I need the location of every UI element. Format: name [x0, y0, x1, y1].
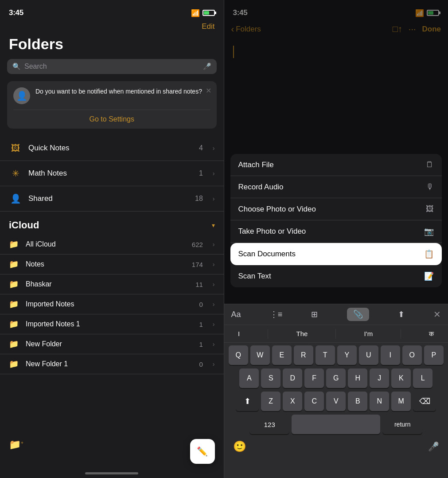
key-q[interactable]: Q [229, 345, 248, 365]
mic-icon[interactable]: 🎤 [203, 63, 211, 71]
key-d[interactable]: D [283, 368, 302, 388]
key-y[interactable]: Y [337, 345, 357, 365]
key-b[interactable]: B [348, 392, 367, 411]
new-folder-1-item[interactable]: 📁 New Folder 1 0 › [0, 354, 224, 374]
chevron-right-icon: › [213, 341, 215, 348]
scan-documents-item[interactable]: Scan Documents 📋 [230, 243, 442, 265]
chevron-right-icon: › [213, 261, 215, 268]
key-z[interactable]: Z [261, 392, 280, 411]
shared-label: Shared [28, 194, 189, 203]
key-p[interactable]: P [424, 345, 444, 365]
shared-count: 18 [195, 195, 203, 203]
scan-text-icon: 📝 [424, 271, 434, 281]
key-w[interactable]: W [250, 345, 270, 365]
all-icloud-item[interactable]: 📁 All iCloud 622 › [0, 235, 224, 255]
key-t[interactable]: T [316, 345, 335, 365]
choose-photo-item[interactable]: Choose Photo or Video 🖼 [230, 198, 442, 220]
predictive-word-im[interactable]: I'm [364, 330, 373, 337]
formatting-toolbar: Aa ⋮≡ ⊞ 📎 ⬆ ✕ [224, 304, 448, 325]
key-v[interactable]: V [326, 392, 346, 411]
record-audio-item[interactable]: Record Audio 🎙 [230, 176, 442, 198]
key-x[interactable]: X [283, 392, 302, 411]
attach-file-label: Attach File [238, 161, 274, 169]
search-input[interactable]: Search [24, 63, 199, 71]
shared-item[interactable]: 👤 Shared 18 › [0, 186, 224, 212]
key-r[interactable]: R [294, 345, 313, 365]
compose-button[interactable]: ✏️ [190, 439, 215, 464]
new-folder-count: 1 [199, 341, 203, 348]
imported-notes-label: Imported Notes [26, 300, 193, 308]
math-notes-item[interactable]: ✳ Math Notes 1 › [0, 161, 224, 186]
predictive-word-i[interactable]: I [238, 330, 240, 337]
notes-item[interactable]: 📁 Notes 174 › [0, 255, 224, 274]
numbers-key[interactable]: 123 [249, 415, 289, 434]
predictive-word-the[interactable]: The [296, 330, 308, 337]
choose-photo-label: Choose Photo or Video [238, 205, 316, 214]
key-g[interactable]: G [326, 368, 346, 388]
quick-notes-item[interactable]: 🖼 Quick Notes 4 › [0, 136, 224, 161]
predictive-word-hindi[interactable]: क [429, 330, 434, 338]
edit-button[interactable]: Edit [202, 22, 214, 31]
take-photo-item[interactable]: Take Photo or Video 📷 [230, 220, 442, 243]
all-icloud-label: All iCloud [26, 240, 186, 248]
notification-card: 👤 Do you want to be notified when mentio… [7, 81, 217, 129]
send-button[interactable]: ⬆ [398, 310, 405, 319]
battery-icon [203, 10, 215, 16]
close-icon[interactable]: ✕ [206, 86, 211, 95]
key-h[interactable]: H [348, 368, 367, 388]
attach-menu-popup: Attach File 🗒 Record Audio 🎙 Choose Phot… [230, 154, 442, 287]
key-i[interactable]: I [381, 345, 400, 365]
key-a[interactable]: A [239, 368, 259, 388]
emoji-button[interactable]: 🙂 [233, 440, 246, 453]
key-n[interactable]: N [370, 392, 389, 411]
bhaskar-item[interactable]: 📁 Bhaskar 11 › [0, 274, 224, 294]
key-s[interactable]: S [261, 368, 280, 388]
imported-notes-1-count: 1 [199, 321, 203, 328]
return-key[interactable]: return [382, 415, 422, 434]
new-folder-button[interactable]: 📁+ [9, 439, 23, 451]
take-photo-label: Take Photo or Video [238, 227, 306, 236]
folders-title: Folders [0, 35, 224, 59]
key-c[interactable]: C [304, 392, 324, 411]
table-button[interactable]: ⊞ [311, 310, 318, 319]
aa-button[interactable]: Aa [231, 310, 241, 319]
chevron-right-icon: › [213, 170, 215, 177]
imported-notes-1-item[interactable]: 📁 Imported Notes 1 1 › [0, 314, 224, 334]
scan-text-item[interactable]: Scan Text 📝 [230, 265, 442, 287]
chevron-right-icon: › [213, 301, 215, 308]
list-button[interactable]: ⋮≡ [270, 310, 283, 319]
left-panel: 3:45 📶 Edit Folders 🔍 Search 🎤 👤 Do you … [0, 0, 224, 478]
attach-file-item[interactable]: Attach File 🗒 [230, 154, 442, 176]
key-k[interactable]: K [391, 368, 411, 388]
imported-notes-item[interactable]: 📁 Imported Notes 0 › [0, 294, 224, 314]
key-m[interactable]: M [391, 392, 411, 411]
notification-top: 👤 Do you want to be notified when mentio… [13, 87, 210, 104]
all-icloud-count: 622 [192, 241, 203, 248]
predictive-divider [335, 329, 336, 339]
key-u[interactable]: U [359, 345, 378, 365]
key-l[interactable]: L [413, 368, 432, 388]
go-to-settings-button[interactable]: Go to Settings [13, 110, 210, 129]
attach-button[interactable]: 📎 [347, 308, 369, 321]
keyboard-row-4: 123 return [226, 415, 447, 434]
close-button[interactable]: ✕ [433, 309, 441, 320]
key-e[interactable]: E [272, 345, 292, 365]
delete-key[interactable]: ⌫ [413, 392, 436, 411]
space-key[interactable] [292, 415, 380, 434]
key-f[interactable]: F [304, 368, 324, 388]
take-photo-icon: 📷 [424, 227, 434, 236]
shift-key[interactable]: ⬆ [236, 392, 259, 411]
dictation-button[interactable]: 🎤 [428, 441, 439, 452]
key-j[interactable]: J [370, 368, 389, 388]
new-folder-item[interactable]: 📁 New Folder 1 › [0, 334, 224, 354]
predictive-divider [401, 329, 401, 339]
left-bottom-toolbar: 📁+ ✏️ [0, 434, 224, 478]
key-o[interactable]: O [402, 345, 422, 365]
folder-icon: 📁 [9, 339, 19, 349]
collapse-icon[interactable]: ▾ [212, 222, 215, 229]
person-icon: 👤 [16, 90, 27, 101]
keyboard-row-3: ⬆ Z X C V B N M ⌫ [226, 392, 447, 411]
quick-notes-count: 4 [199, 144, 203, 152]
search-bar[interactable]: 🔍 Search 🎤 [7, 59, 217, 74]
folder-icon: 📁 [9, 239, 19, 249]
